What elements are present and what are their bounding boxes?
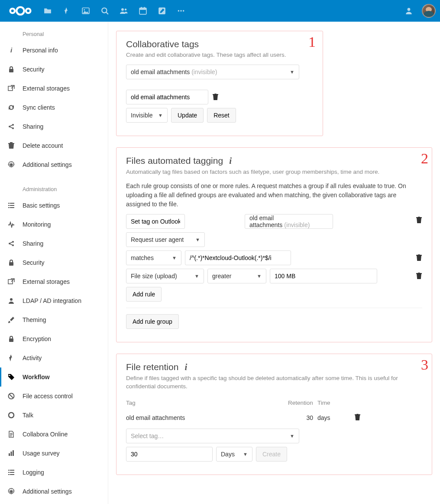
retention-unit-select[interactable]: Days▼: [216, 447, 252, 462]
settings-content: 1 Collaborative tags Create and edit col…: [108, 22, 440, 504]
col-retention: Retention: [288, 400, 317, 406]
sidebar-item-label: Security: [23, 66, 45, 73]
retention-table-header: Tag Retention Time: [126, 396, 373, 410]
retention-tag: old email attachments: [126, 414, 288, 421]
sidebar-item-label: LDAP / AD integration: [23, 297, 81, 304]
retention-tag-select[interactable]: Select tag… ▼: [126, 429, 299, 443]
sidebar-item-label: Personal info: [23, 47, 58, 54]
svg-rect-26: [8, 205, 10, 206]
tag-select[interactable]: old email attachments(invisible) ▼: [126, 65, 299, 79]
delete-rule-icon[interactable]: [415, 254, 422, 261]
calendar-icon[interactable]: [133, 0, 152, 22]
sidebar-item-basic-settings[interactable]: Basic settings: [0, 196, 108, 215]
external-icon: [8, 278, 15, 285]
rule-group-name-input[interactable]: [126, 214, 185, 229]
panel-title: Files automated tagging i: [126, 156, 422, 166]
svg-point-22: [12, 127, 14, 129]
sidebar-item-usage-survey[interactable]: Usage survey: [0, 444, 108, 463]
sidebar-item-activity[interactable]: Activity: [0, 348, 108, 367]
delete-retention-icon[interactable]: [354, 414, 361, 420]
sidebar-item-sharing[interactable]: Sharing: [0, 234, 108, 253]
rule-group-tag-select[interactable]: old email attachments(invisible): [245, 214, 333, 229]
user-avatar[interactable]: [422, 4, 436, 18]
delete-rule-group-icon[interactable]: [415, 217, 422, 223]
rule-operator-select[interactable]: matches▼: [126, 250, 181, 265]
delete-tag-icon[interactable]: [212, 94, 219, 100]
svg-point-23: [10, 164, 12, 166]
sidebar-item-theming[interactable]: Theming: [0, 310, 108, 329]
col-time: Time: [317, 400, 354, 406]
rule-operator-select[interactable]: greater▼: [207, 269, 266, 283]
update-button[interactable]: Update: [171, 108, 204, 123]
sidebar-item-label: Sharing: [23, 123, 43, 130]
svg-rect-40: [9, 453, 10, 456]
chevron-down-icon: ▼: [290, 433, 294, 439]
sidebar-item-external-storages[interactable]: External storages: [0, 79, 108, 98]
svg-point-49: [10, 491, 12, 492]
retention-amount-input[interactable]: [126, 447, 213, 462]
svg-rect-29: [10, 207, 14, 208]
rule-value-input[interactable]: [270, 269, 377, 283]
svg-point-4: [84, 9, 85, 10]
search-nav-icon[interactable]: [95, 0, 114, 22]
retention-unit: days: [317, 414, 354, 421]
svg-rect-10: [141, 7, 142, 9]
info-icon[interactable]: i: [184, 362, 187, 373]
panel-title: File retention i: [126, 362, 422, 373]
sidebar-item-talk[interactable]: Talk: [0, 406, 108, 425]
visibility-select[interactable]: Invisible ▼: [126, 108, 168, 123]
sidebar-item-label: Workflow: [23, 374, 50, 380]
svg-point-35: [10, 298, 13, 301]
svg-rect-24: [8, 203, 10, 204]
tag-name-input[interactable]: [126, 90, 208, 104]
sidebar-item-additional-settings[interactable]: Additional settings: [0, 155, 108, 174]
svg-point-0: [10, 9, 15, 13]
sidebar-item-workflow[interactable]: Workflow: [0, 367, 108, 387]
add-rule-group-button[interactable]: Add rule group: [126, 314, 179, 329]
sidebar-item-delete-account[interactable]: Delete account: [0, 136, 108, 155]
svg-text:i: i: [10, 47, 13, 54]
sidebar-item-label: Basic settings: [23, 202, 60, 209]
svg-rect-42: [13, 450, 14, 456]
files-icon[interactable]: [38, 0, 57, 22]
sidebar-item-monitoring[interactable]: Monitoring: [0, 215, 108, 234]
more-apps-icon[interactable]: [171, 0, 191, 22]
svg-rect-19: [8, 86, 13, 91]
sidebar-item-external-storages[interactable]: External storages: [0, 272, 108, 291]
info-icon[interactable]: i: [229, 156, 232, 166]
rule-field-select[interactable]: Request user agent ▼: [126, 232, 205, 247]
sidebar-item-additional-settings[interactable]: Additional settings: [0, 482, 108, 501]
share-icon: [8, 240, 15, 247]
activity-icon[interactable]: [57, 0, 76, 22]
sidebar-section-personal: Personal: [0, 28, 108, 41]
sidebar-item-file-access-control[interactable]: File access control: [0, 387, 108, 406]
sidebar-item-label: Usage survey: [23, 450, 60, 457]
sidebar-section-admin: Administration: [0, 183, 108, 196]
sidebar-item-ldap-ad-integration[interactable]: LDAP / AD integration: [0, 291, 108, 310]
delete-rule-icon[interactable]: [415, 273, 422, 279]
sidebar-item-label: File access control: [23, 393, 73, 400]
notes-icon[interactable]: [152, 0, 171, 22]
sidebar-item-security[interactable]: Security: [0, 60, 108, 79]
sidebar-item-security[interactable]: Security: [0, 253, 108, 272]
rule-field-select[interactable]: File size (upload)▼: [126, 269, 204, 283]
header-right: [399, 0, 436, 22]
rule-value-input[interactable]: [185, 250, 291, 265]
gear-icon: [8, 488, 15, 495]
add-rule-button[interactable]: Add rule: [126, 287, 162, 302]
tag-visibility-hint: (invisible): [191, 68, 217, 75]
sidebar-item-logging[interactable]: Logging: [0, 463, 108, 482]
sidebar-item-label: Activity: [23, 354, 42, 361]
sidebar-item-sharing[interactable]: Sharing: [0, 117, 108, 136]
app-logo[interactable]: [9, 5, 32, 16]
contacts-icon[interactable]: [114, 0, 133, 22]
create-button[interactable]: Create: [256, 447, 287, 462]
sidebar-item-collabora-online[interactable]: Collabora Online: [0, 425, 108, 444]
sidebar-item-sync-clients[interactable]: Sync clients: [0, 98, 108, 117]
gear-icon: [8, 161, 15, 168]
gallery-icon[interactable]: [76, 0, 95, 22]
reset-button[interactable]: Reset: [207, 108, 236, 123]
sidebar-item-personal-info[interactable]: iPersonal info: [0, 41, 108, 60]
sidebar-item-encryption[interactable]: Encryption: [0, 329, 108, 348]
contacts-menu-icon[interactable]: [399, 0, 418, 22]
